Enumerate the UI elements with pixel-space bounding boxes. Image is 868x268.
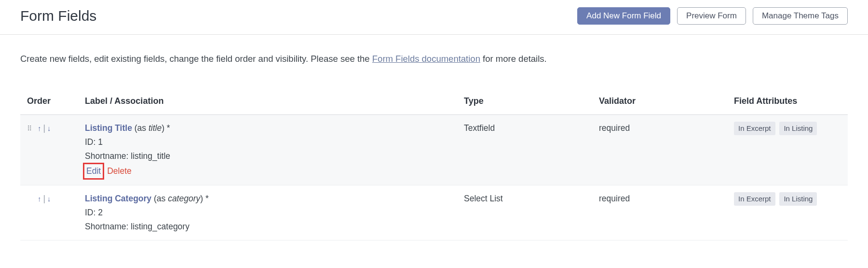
slug-name: title <box>149 123 162 133</box>
page-header: Form Fields Add New Form Field Preview F… <box>0 0 868 35</box>
type-cell: Select List <box>457 185 592 240</box>
id-line: ID: 1 <box>85 136 450 148</box>
order-cell: ⠿ ↑|↓ <box>20 114 78 185</box>
move-down-icon[interactable]: ↓ <box>47 195 51 203</box>
attribute-tag: In Listing <box>779 192 817 206</box>
table-row: ⠿ ↑|↓ Listing Title (as title) * ID: 1 S… <box>20 114 848 185</box>
attribute-tag: In Excerpt <box>734 192 775 206</box>
delete-link[interactable]: Delete <box>107 166 132 176</box>
validator-cell: required <box>592 114 727 185</box>
field-label-link[interactable]: Listing Category <box>85 194 151 203</box>
drag-handle-icon[interactable]: ⠿ <box>27 125 32 132</box>
shortname-line: Shortname: listing_title <box>85 150 450 162</box>
shortname-line: Shortname: listing_category <box>85 220 450 233</box>
edit-link[interactable]: Edit <box>86 166 101 176</box>
fields-table: Order Label / Association Type Validator… <box>20 90 848 240</box>
attribute-tag: In Listing <box>779 122 817 136</box>
col-order-header: Order <box>20 90 78 115</box>
label-cell: Listing Title (as title) * ID: 1 Shortna… <box>78 114 457 185</box>
table-header-row: Order Label / Association Type Validator… <box>20 90 848 115</box>
move-up-icon[interactable]: ↑ <box>38 124 41 132</box>
type-cell: Textfield <box>457 114 592 185</box>
attributes-cell: In Excerpt In Listing <box>727 185 848 240</box>
slug-prefix: (as <box>151 194 168 203</box>
slug-suffix: ) * <box>200 194 209 203</box>
slug-prefix: (as <box>132 123 149 133</box>
col-type-header: Type <box>457 90 592 115</box>
col-label-header: Label / Association <box>78 90 457 115</box>
separator: | <box>43 194 45 203</box>
preview-form-button[interactable]: Preview Form <box>677 7 746 25</box>
slug-name: category <box>168 194 200 203</box>
field-label-link[interactable]: Listing Title <box>85 123 132 133</box>
attributes-cell: In Excerpt In Listing <box>727 114 848 185</box>
move-down-icon[interactable]: ↓ <box>47 124 51 132</box>
intro-pre: Create new fields, edit existing fields,… <box>20 54 372 64</box>
move-up-icon[interactable]: ↑ <box>38 195 41 203</box>
label-cell: Listing Category (as category) * ID: 2 S… <box>78 185 457 240</box>
intro-text: Create new fields, edit existing fields,… <box>20 52 848 66</box>
edit-highlight: Edit <box>83 163 104 180</box>
action-buttons: Add New Form Field Preview Form Manage T… <box>577 7 848 25</box>
add-new-form-field-button[interactable]: Add New Form Field <box>577 7 670 25</box>
page-title: Form Fields <box>20 5 96 27</box>
documentation-link[interactable]: Form Fields documentation <box>372 54 480 64</box>
col-attributes-header: Field Attributes <box>727 90 848 115</box>
id-line: ID: 2 <box>85 206 450 219</box>
row-actions: EditDelete <box>85 164 450 178</box>
intro-post: for more details. <box>480 54 547 64</box>
order-cell: ⠿ ↑|↓ <box>20 185 78 240</box>
main-content: Create new fields, edit existing fields,… <box>0 35 868 253</box>
col-validator-header: Validator <box>592 90 727 115</box>
separator: | <box>43 123 45 133</box>
table-row: ⠿ ↑|↓ Listing Category (as category) * I… <box>20 185 848 240</box>
validator-cell: required <box>592 185 727 240</box>
manage-theme-tags-button[interactable]: Manage Theme Tags <box>753 7 848 25</box>
slug-suffix: ) * <box>162 123 170 133</box>
attribute-tag: In Excerpt <box>734 122 775 136</box>
